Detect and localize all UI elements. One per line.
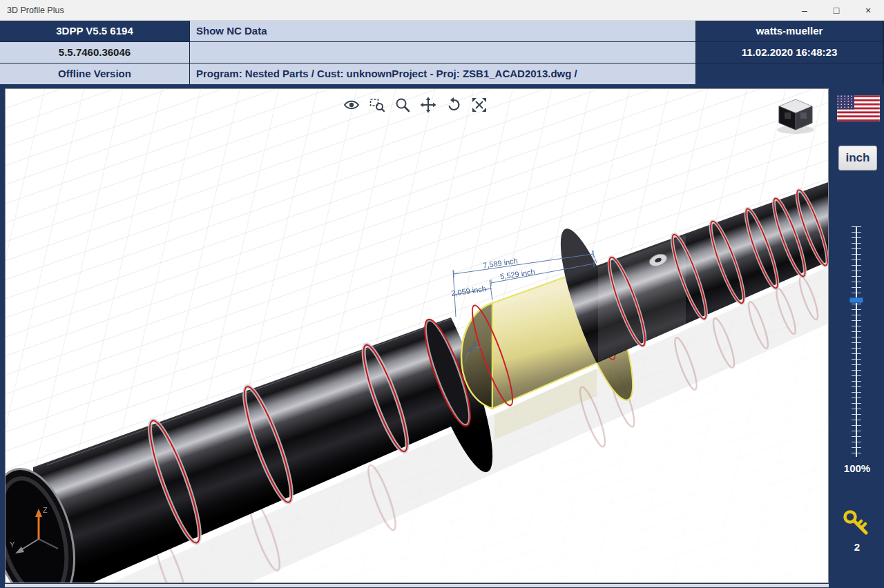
rotate-button[interactable] xyxy=(443,95,464,115)
us-flag-icon xyxy=(837,95,880,121)
close-button[interactable]: × xyxy=(852,0,884,21)
key-icon xyxy=(841,508,872,538)
window-title: 3D Profile Plus xyxy=(7,0,64,21)
window-bottom-edge xyxy=(5,584,829,587)
zoom-slider[interactable] xyxy=(847,226,865,457)
customer-label: watts-mueller xyxy=(696,21,883,41)
eye-icon xyxy=(343,97,360,113)
magnifier-icon xyxy=(394,97,411,113)
view-eye-button[interactable] xyxy=(341,95,362,115)
unit-toggle-button[interactable]: inch xyxy=(838,146,877,170)
app-header: 3DPP V5.5 6194 Show NC Data watts-muelle… xyxy=(0,21,884,84)
show-nc-data-button[interactable]: Show NC Data xyxy=(190,21,695,41)
header-empty-cell xyxy=(190,42,695,63)
license-count-label: 2 xyxy=(833,541,881,553)
license-key-button[interactable] xyxy=(841,508,872,538)
app-version-label: 3DPP V5.5 6194 xyxy=(0,21,189,41)
expand-icon xyxy=(471,97,488,113)
rotate-icon xyxy=(445,97,462,113)
build-number-label: 5.5.7460.36046 xyxy=(0,42,189,63)
viewport-frame: 7,589 inch 5,529 inch 2,059 inch 30,0° Z… xyxy=(5,88,829,583)
pan-button[interactable] xyxy=(418,95,439,115)
zoom-percentage-label: 100% xyxy=(833,462,881,474)
datetime-label: 11.02.2020 16:48:23 xyxy=(696,42,883,63)
zoom-slider-track xyxy=(856,226,857,457)
offline-version-label: Offline Version xyxy=(0,63,189,84)
axis-z-label: Z xyxy=(43,506,48,514)
header-empty-cell-2 xyxy=(696,63,883,84)
zoom-window-button[interactable] xyxy=(367,95,387,115)
window-titlebar: 3D Profile Plus – □ × xyxy=(0,0,884,21)
viewport-toolbar xyxy=(341,95,490,115)
viewport-3d-scene[interactable]: 7,589 inch 5,529 inch 2,059 inch 30,0° Z… xyxy=(6,89,828,582)
maximize-button[interactable]: □ xyxy=(820,0,852,21)
window-controls: – □ × xyxy=(789,0,884,21)
axis-y-label: Y xyxy=(10,540,15,549)
minimize-button[interactable]: – xyxy=(789,0,820,21)
zoom-window-icon xyxy=(369,97,385,113)
zoom-button[interactable] xyxy=(392,95,413,115)
pan-icon xyxy=(420,97,436,113)
zoom-slider-handle[interactable] xyxy=(849,297,863,303)
view-cube-icon xyxy=(774,94,819,135)
fit-view-button[interactable] xyxy=(469,95,490,115)
language-flag-us[interactable] xyxy=(837,95,880,121)
program-info-label: Program: Nested Parts / Cust: unknownPro… xyxy=(190,63,695,84)
view-cube[interactable] xyxy=(774,94,819,135)
